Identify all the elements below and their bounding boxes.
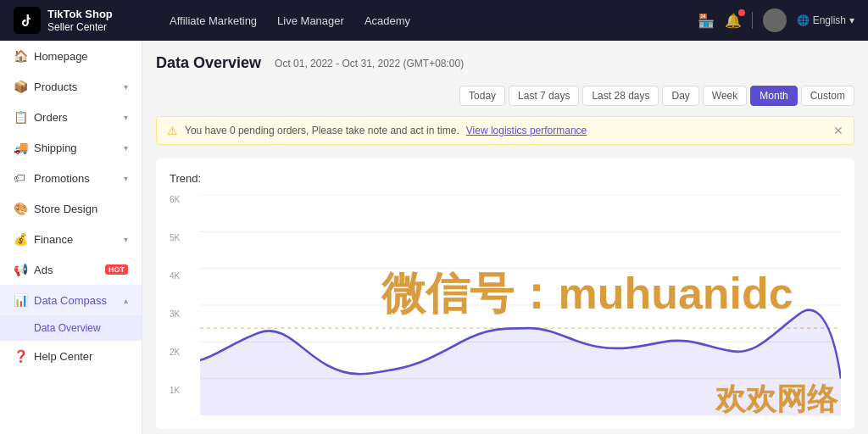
page-header: Data Overview Oct 01, 2022 - Oct 31, 202… [156,54,854,106]
y-label-2k: 2K [170,348,199,357]
avatar[interactable] [763,8,787,32]
alert-banner: ⚠ You have 0 pending orders, Please take… [156,116,854,145]
y-label-5k: 5K [170,233,199,242]
language-selector[interactable]: 🌐 English ▾ [797,14,854,26]
alert-link[interactable]: View logistics performance [466,125,587,136]
data-compass-icon: 📊 [14,293,27,307]
chart-title: Trend: [170,172,841,185]
y-label-4k: 4K [170,271,199,281]
y-label-3k: 3K [170,309,199,319]
chevron-right-icon-finance: ▾ [124,235,128,244]
nav-right: 🏪 🔔 🌐 English ▾ [698,8,854,32]
chart-section: Trend: 微信号：muhuanidc 欢欢网络 1K 2K 3K 4K 5K… [156,159,854,429]
sidebar-item-shipping[interactable]: 🚚 Shipping ▾ [0,132,142,163]
help-icon: ❓ [14,349,27,363]
promotions-icon: 🏷 [14,171,27,185]
chevron-right-icon-orders: ▾ [124,113,128,122]
products-icon: 📦 [14,80,27,93]
ads-icon: 📢 [14,263,27,276]
nav-academy[interactable]: Academy [364,11,410,31]
sidebar: 🏠 Homepage 📦 Products ▾ 📋 Orders ▾ 🚚 Shi… [0,41,142,434]
sidebar-submenu-data-compass: Data Overview [0,315,142,341]
chevron-right-icon-shipping: ▾ [124,143,128,153]
tiktok-logo-icon [14,7,41,34]
sidebar-item-promotions[interactable]: 🏷 Promotions ▾ [0,163,142,193]
shop-icon[interactable]: 🏪 [698,13,715,29]
sidebar-item-store-design[interactable]: 🎨 Store Design [0,193,142,224]
sidebar-item-finance[interactable]: 💰 Finance ▾ [0,224,142,254]
date-range: Oct 01, 2022 - Oct 31, 2022 (GMT+08:00) [275,58,464,70]
warning-icon: ⚠ [167,124,178,137]
sidebar-item-products[interactable]: 📦 Products ▾ [0,71,142,102]
chart-wrapper: 1K 2K 3K 4K 5K 6K [170,195,841,415]
orders-icon: 📋 [14,110,27,124]
filter-week[interactable]: Week [703,86,747,106]
y-axis-labels: 1K 2K 3K 4K 5K 6K [170,195,199,398]
y-label-1k: 1K [170,386,199,395]
topnav: TikTok Shop Seller Center Affiliate Mark… [0,0,868,41]
layout: 🏠 Homepage 📦 Products ▾ 📋 Orders ▾ 🚚 Shi… [0,41,868,434]
filter-today[interactable]: Today [459,86,505,106]
sidebar-item-orders[interactable]: 📋 Orders ▾ [0,102,142,132]
nav-divider [752,12,753,29]
sidebar-item-ads[interactable]: 📢 Ads HOT [0,254,142,285]
nav-live-manager[interactable]: Live Manager [277,11,344,31]
logo-text: TikTok Shop Seller Center [47,8,113,33]
trend-chart [200,195,841,415]
logo-area: TikTok Shop Seller Center [14,7,149,34]
chevron-down-icon-data-compass: ▴ [124,296,128,305]
filter-last7[interactable]: Last 7 days [509,86,579,106]
filter-custom[interactable]: Custom [801,86,854,106]
nav-links: Affiliate Marketing Live Manager Academy [170,11,677,31]
shipping-icon: 🚚 [14,141,27,154]
sidebar-subitem-data-overview[interactable]: Data Overview [0,315,142,341]
filter-last28[interactable]: Last 28 days [582,86,659,106]
alert-close-icon[interactable]: ✕ [833,124,843,137]
sidebar-item-data-compass[interactable]: 📊 Data Compass ▴ [0,285,142,315]
sidebar-item-help-center[interactable]: ❓ Help Center [0,341,142,371]
page-title: Data Overview [156,54,261,72]
main-content: Data Overview Oct 01, 2022 - Oct 31, 202… [142,41,868,434]
globe-icon: 🌐 [797,14,810,26]
alert-text: You have 0 pending orders, Please take n… [185,125,459,136]
store-design-icon: 🎨 [14,202,27,215]
date-filters: Today Last 7 days Last 28 days Day Week … [459,86,854,106]
chevron-right-icon: ▾ [124,82,128,92]
notification-icon[interactable]: 🔔 [725,13,742,29]
home-icon: 🏠 [14,49,27,63]
chevron-right-icon-promotions: ▾ [124,174,128,183]
nav-affiliate-marketing[interactable]: Affiliate Marketing [170,11,257,31]
y-label-6k: 6K [170,195,199,204]
hot-badge: HOT [105,264,128,275]
sidebar-item-homepage[interactable]: 🏠 Homepage [0,41,142,71]
chevron-down-icon: ▾ [849,14,854,26]
filter-month[interactable]: Month [750,86,797,106]
finance-icon: 💰 [14,232,27,246]
notification-badge [738,9,745,16]
filter-day[interactable]: Day [662,86,698,106]
